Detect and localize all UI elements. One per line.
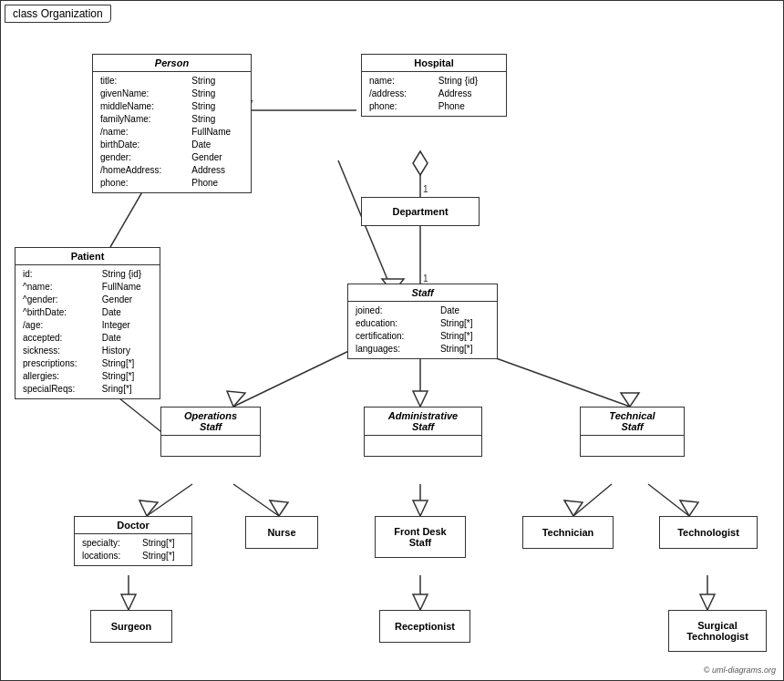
patient-title: Patient <box>15 248 160 265</box>
svg-marker-27 <box>413 594 428 610</box>
operations-staff-title: Operations Staff <box>161 408 260 436</box>
svg-marker-25 <box>121 594 136 610</box>
staff-box: Staff joined:Date education:String[*] ce… <box>347 284 498 359</box>
svg-marker-9 <box>227 391 245 407</box>
person-title: Person <box>93 55 251 72</box>
staff-body: joined:Date education:String[*] certific… <box>348 302 497 358</box>
svg-line-8 <box>233 347 356 407</box>
hospital-body: name:String {id} /address:Address phone:… <box>362 72 506 116</box>
svg-marker-17 <box>270 500 288 516</box>
diagram-title: class Organization <box>5 5 111 23</box>
copyright: © uml-diagrams.org <box>704 666 776 675</box>
svg-marker-19 <box>413 500 428 516</box>
surgeon-box: Surgeon <box>90 610 172 643</box>
svg-marker-13 <box>621 393 639 407</box>
department-box: Department <box>361 197 480 226</box>
technical-staff-box: Technical Staff <box>580 407 685 457</box>
person-body: title:String givenName:String middleName… <box>93 72 251 192</box>
svg-line-20 <box>573 484 612 516</box>
nurse-box: Nurse <box>245 516 318 549</box>
staff-title: Staff <box>348 284 497 302</box>
svg-marker-15 <box>139 500 158 516</box>
hospital-title: Hospital <box>362 55 506 72</box>
operations-staff-box: Operations Staff <box>160 407 261 457</box>
person-box: Person title:String givenName:String mid… <box>92 54 252 193</box>
svg-text:1: 1 <box>423 184 428 194</box>
svg-marker-29 <box>700 594 715 610</box>
svg-marker-21 <box>564 500 583 516</box>
doctor-box: Doctor specialty:String[*] locations:Str… <box>74 516 192 566</box>
technician-box: Technician <box>522 516 614 549</box>
receptionist-box: Receptionist <box>379 610 470 643</box>
svg-marker-2 <box>413 151 428 175</box>
svg-line-22 <box>648 484 689 516</box>
patient-box: Patient id:String {id} ^name:FullName ^g… <box>15 247 160 399</box>
administrative-staff-box: Administrative Staff <box>364 407 482 457</box>
svg-line-16 <box>233 484 279 516</box>
svg-marker-11 <box>413 391 428 407</box>
technologist-box: Technologist <box>659 516 758 549</box>
svg-line-6 <box>338 160 393 293</box>
hospital-box: Hospital name:String {id} /address:Addre… <box>361 54 507 117</box>
technical-staff-title: Technical Staff <box>581 408 684 436</box>
svg-text:1: 1 <box>423 273 428 284</box>
doctor-body: specialty:String[*] locations:String[*] <box>75 534 191 565</box>
surgical-technologist-box: Surgical Technologist <box>668 610 767 652</box>
front-desk-staff-box: Front Desk Staff <box>375 516 466 558</box>
patient-body: id:String {id} ^name:FullName ^gender:Ge… <box>15 265 160 398</box>
svg-line-14 <box>147 484 192 516</box>
diagram-container: class Organization <box>0 0 784 681</box>
doctor-title: Doctor <box>75 517 191 534</box>
svg-marker-23 <box>680 500 698 516</box>
administrative-staff-title: Administrative Staff <box>365 408 481 436</box>
